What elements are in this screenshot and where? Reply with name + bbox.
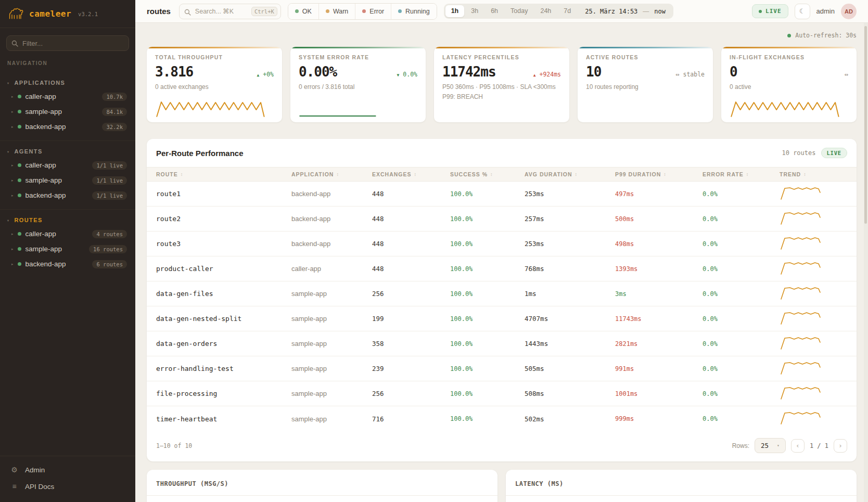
status-filter-ok[interactable]: OK — [288, 4, 318, 19]
cell-application: sample-app — [291, 315, 372, 323]
kpi-subtitle: 10 routes reporting — [586, 83, 705, 92]
table-row[interactable]: route3backend-app448100.0%253ms498ms0.0% — [147, 231, 857, 256]
search-input[interactable] — [194, 7, 251, 16]
sidebar-item-badge: 10.7k — [102, 93, 127, 101]
cell-success: 100.0% — [450, 340, 525, 347]
time-range-1h[interactable]: 1h — [445, 5, 465, 17]
column-header-exchanges[interactable]: EXCHANGES↕ — [372, 171, 450, 177]
time-range-today[interactable]: Today — [505, 5, 533, 17]
sidebar-section-label: APPLICATIONS — [14, 80, 65, 86]
column-header-p99-duration[interactable]: P99 DURATION↕ — [615, 171, 703, 177]
sidebar-item-sample-app[interactable]: ▸sample-app84.1k — [0, 104, 135, 119]
cell-avg-duration: 4707ms — [525, 315, 615, 323]
sidebar-item-backend-app[interactable]: ▸backend-app6 routes — [0, 256, 135, 272]
column-header-label: AVG DURATION — [525, 171, 572, 177]
status-dot-icon — [18, 95, 21, 98]
rows-per-page-select[interactable]: 25 ▾ — [755, 438, 786, 453]
chevron-down-icon: ▾ — [777, 443, 780, 448]
charts-row: THROUGHPUT (MSG/S) LATENCY (MS) — [147, 470, 857, 502]
cell-avg-duration: 1443ms — [525, 340, 615, 347]
app-version: v3.2.1 — [78, 11, 98, 17]
sidebar-item-backend-app[interactable]: ▸backend-app1/1 live — [0, 188, 135, 203]
sidebar-section-applications: ▾APPLICATIONS▸caller-app10.7k▸sample-app… — [0, 72, 135, 134]
cell-success: 100.0% — [450, 290, 525, 298]
table-row[interactable]: data-gen-orderssample-app358100.0%1443ms… — [147, 331, 857, 356]
table-row[interactable]: file-processingsample-app256100.0%508ms1… — [147, 381, 857, 406]
table-column-headers: ROUTE↕APPLICATION↕EXCHANGES↕SUCCESS %↕AV… — [147, 167, 857, 182]
status-dot-icon — [295, 9, 299, 13]
cell-success: 100.0% — [450, 190, 525, 198]
theme-toggle-button[interactable]: ☾ — [795, 4, 810, 19]
time-range-3h[interactable]: 3h — [465, 5, 484, 17]
search-shortcut-kbd: Ctrl+K — [251, 7, 277, 16]
table-row[interactable]: product-callercaller-app448100.0%768ms13… — [147, 256, 857, 281]
table-row[interactable]: timer-heartbeatsample-app716100.0%502ms9… — [147, 406, 857, 431]
kpi-card-in-flight-exchanges: IN-FLIGHT EXCHANGES0⇔0 active — [721, 47, 857, 122]
cell-exchanges: 256 — [372, 290, 450, 298]
column-header-route[interactable]: ROUTE↕ — [156, 171, 291, 177]
column-header-error-rate[interactable]: ERROR RATE↕ — [703, 171, 780, 177]
date-range-to[interactable]: now — [650, 8, 672, 15]
cell-p99-duration: 1393ms — [615, 265, 703, 273]
sidebar-item-label: backend-app — [25, 123, 98, 131]
column-header-avg-duration[interactable]: AVG DURATION↕ — [525, 171, 615, 177]
column-header-trend[interactable]: TREND↕ — [780, 171, 847, 177]
cell-route: route2 — [156, 215, 291, 223]
table-header: Per-Route Performance 10 routes LIVE — [147, 139, 857, 167]
time-range-6h[interactable]: 6h — [485, 5, 504, 17]
sidebar-section-header-agents[interactable]: ▾AGENTS — [0, 146, 135, 158]
column-header-success-[interactable]: SUCCESS %↕ — [450, 171, 525, 177]
avatar[interactable]: AD — [841, 4, 857, 19]
kpi-title: IN-FLIGHT EXCHANGES — [730, 54, 848, 60]
time-range-group: 1h3h6hToday24h7d 25. März 14:53 — now — [444, 4, 673, 19]
table-row[interactable]: data-gen-nested-splitsample-app199100.0%… — [147, 306, 857, 331]
sidebar-item-backend-app[interactable]: ▸backend-app32.2k — [0, 119, 135, 134]
cell-route: route3 — [156, 240, 291, 248]
date-range-from[interactable]: 25. März 14:53 — [578, 8, 642, 15]
sidebar-filter-input[interactable] — [6, 35, 129, 51]
page-title: routes — [147, 7, 171, 16]
search-icon — [184, 8, 191, 18]
prev-page-button[interactable]: ‹ — [791, 439, 805, 453]
sidebar-item-caller-app[interactable]: ▸caller-app1/1 live — [0, 158, 135, 173]
cell-application: caller-app — [291, 265, 372, 273]
cell-trend-sparkline — [780, 335, 847, 353]
sidebar-section-header-routes[interactable]: ▾ROUTES — [0, 215, 135, 226]
column-header-label: EXCHANGES — [372, 171, 412, 177]
table-row[interactable]: route1backend-app448100.0%253ms497ms0.0% — [147, 182, 857, 207]
cell-exchanges: 448 — [372, 240, 450, 248]
chevron-down-icon: ▾ — [7, 218, 9, 222]
cell-trend-sparkline — [780, 360, 847, 378]
topbar-right: LIVE ☾ admin AD — [752, 4, 857, 19]
sidebar-section-header-applications[interactable]: ▾APPLICATIONS — [0, 78, 135, 89]
table-row[interactable]: route2backend-app448100.0%257ms500ms0.0% — [147, 207, 857, 231]
sidebar-item-sample-app[interactable]: ▸sample-app1/1 live — [0, 173, 135, 188]
cell-exchanges: 448 — [372, 265, 450, 273]
sidebar-footer-admin[interactable]: ⚙Admin — [0, 461, 135, 478]
kpi-title: SYSTEM ERROR RATE — [299, 54, 417, 60]
time-range-24h[interactable]: 24h — [534, 5, 557, 17]
next-page-button[interactable]: › — [834, 439, 847, 453]
time-range-7d[interactable]: 7d — [558, 5, 577, 17]
chevron-right-icon: ▸ — [11, 232, 14, 236]
status-filter-error[interactable]: Error — [355, 4, 391, 19]
sidebar-item-sample-app[interactable]: ▸sample-app16 routes — [0, 241, 135, 256]
kpi-delta: ⇔ stable — [675, 71, 705, 78]
cell-trend-sparkline — [780, 385, 847, 403]
column-header-application[interactable]: APPLICATION↕ — [291, 171, 372, 177]
table-row[interactable]: error-handling-testsample-app239100.0%50… — [147, 356, 857, 381]
cell-avg-duration: 1ms — [525, 290, 615, 298]
sort-icon: ↕ — [336, 172, 339, 177]
sidebar-item-caller-app[interactable]: ▸caller-app4 routes — [0, 226, 135, 241]
scrollbar-thumb[interactable] — [864, 26, 867, 224]
sidebar-item-caller-app[interactable]: ▸caller-app10.7k — [0, 89, 135, 104]
sidebar-item-badge: 84.1k — [102, 108, 127, 116]
status-filter-running[interactable]: Running — [391, 4, 437, 19]
sidebar-footer-api-docs[interactable]: ≡API Docs — [0, 478, 135, 495]
kpi-value-row: 0.00%▼ 0.0% — [299, 65, 417, 79]
sidebar-filter — [6, 35, 129, 51]
status-filter-warn[interactable]: Warn — [318, 4, 355, 19]
table-row[interactable]: data-gen-filessample-app256100.0%1ms3ms0… — [147, 281, 857, 306]
cell-success: 100.0% — [450, 415, 525, 422]
cell-exchanges: 716 — [372, 415, 450, 423]
